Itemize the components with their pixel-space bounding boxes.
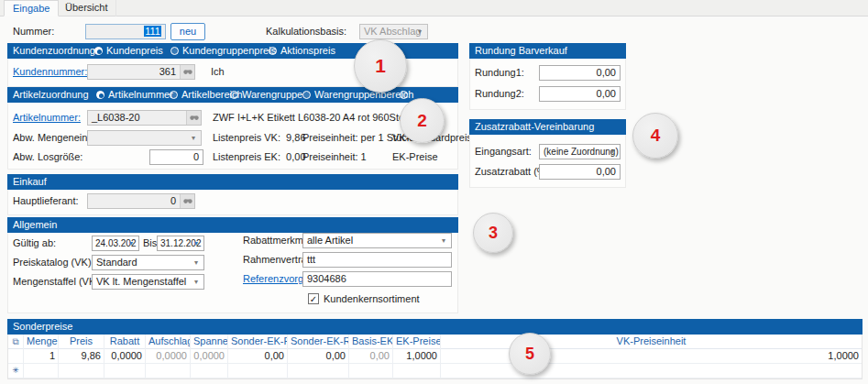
neu-button[interactable]: neu bbox=[170, 23, 205, 40]
empty-cell[interactable] bbox=[191, 364, 228, 379]
radio-warengruppe-label: Warengruppe bbox=[242, 89, 302, 100]
chevron-down-icon: ▾ bbox=[191, 275, 202, 289]
col-header-ek-preiseinheit[interactable]: EK-Preisein bbox=[393, 335, 441, 349]
empty-cell[interactable] bbox=[146, 364, 191, 379]
rahmenvertrag-input[interactable]: ttt bbox=[302, 252, 452, 268]
empty-cell[interactable] bbox=[393, 364, 441, 379]
chevron-down-icon: ▾ bbox=[188, 131, 199, 145]
empty-cell[interactable] bbox=[59, 364, 104, 379]
cell-preis[interactable]: 9,86 bbox=[59, 349, 104, 364]
col-header-preis[interactable]: Preis bbox=[59, 335, 104, 349]
cell-aufschlag[interactable]: 0,0000 bbox=[146, 349, 191, 364]
radio-kundengruppenpreis[interactable]: Kundengruppenpreis bbox=[170, 43, 276, 59]
hauptlieferant-label: Hauptlieferant: bbox=[13, 193, 79, 209]
eingangsart-dropdown[interactable]: (keine Zuordnung) ▾ bbox=[539, 144, 621, 159]
radio-icon bbox=[170, 91, 178, 99]
callout-circle-3: 3 bbox=[473, 213, 513, 253]
nummer-value: 111 bbox=[144, 26, 161, 37]
einkauf-section-header: Einkauf bbox=[7, 174, 458, 190]
preiseinheit-ek: Preiseinheit: 1 bbox=[302, 149, 367, 165]
table-new-row[interactable]: ✳ bbox=[8, 364, 862, 379]
artikelnummer-input[interactable]: _L6038-20 bbox=[87, 110, 202, 126]
col-header-basis-ek[interactable]: Basis-EK fü bbox=[349, 335, 393, 349]
cell-vk-preiseinheit[interactable]: 1,0000 bbox=[441, 349, 862, 364]
sonderpreise-title: Sonderpreise bbox=[13, 321, 72, 332]
mengenstaffel-dropdown[interactable]: VK lt. Mengenstaffel ▾ bbox=[92, 274, 204, 290]
sonderpreise-editor-window: Eingabe Übersicht Nummer: 111 neu Kalkul… bbox=[0, 0, 868, 384]
empty-cell[interactable] bbox=[24, 364, 59, 379]
grid-properties-icon[interactable]: ⧉ bbox=[8, 335, 24, 349]
hauptlieferant-value: 0 bbox=[88, 194, 194, 208]
col-header-vk-preiseinheit[interactable]: VK-Preiseinheit bbox=[441, 335, 862, 349]
binoculars-search-icon[interactable] bbox=[180, 65, 194, 79]
rundung-section-header: Rundung Barverkauf bbox=[469, 43, 626, 59]
binoculars-search-icon[interactable] bbox=[186, 111, 201, 125]
radio-warengruppenbereich[interactable]: Warengruppenbereich bbox=[302, 87, 413, 103]
empty-cell[interactable] bbox=[349, 364, 393, 379]
col-header-sonder-ek-preis[interactable]: Sonder-EK-Prei bbox=[228, 335, 288, 349]
gueltig-ab-datepicker[interactable]: 24.03.202 ▾ bbox=[92, 236, 139, 251]
empty-cell[interactable] bbox=[441, 364, 862, 379]
referenzvorgang-input[interactable]: 9304686 bbox=[302, 271, 452, 287]
rabattmerkmal-value: alle Artikel bbox=[303, 234, 451, 247]
col-header-aufschlag[interactable]: Aufschlag bbox=[146, 335, 191, 349]
radio-artikelnummer[interactable]: Artikelnummer bbox=[96, 87, 173, 103]
hauptlieferant-input[interactable]: 0 bbox=[87, 193, 195, 209]
empty-cell[interactable] bbox=[104, 364, 146, 379]
bis-datepicker[interactable]: 31.12.202 ▾ bbox=[157, 236, 204, 251]
rundung1-input[interactable]: 0,00 bbox=[539, 65, 621, 81]
empty-cell[interactable] bbox=[288, 364, 349, 379]
cell-basis-ek[interactable]: 0,00 bbox=[349, 349, 393, 364]
zusatzrabatt-input[interactable]: 0,00 bbox=[539, 164, 621, 180]
radio-aktionspreis[interactable]: Aktionspreis bbox=[269, 43, 335, 59]
nummer-label: Nummer: bbox=[13, 24, 54, 39]
kalkulationsbasis-label: Kalkulationsbasis: bbox=[266, 24, 346, 39]
radio-warengruppe[interactable]: Warengruppe bbox=[230, 87, 302, 103]
col-header-spanne[interactable]: Spanne bbox=[191, 335, 228, 349]
radio-aktionspreis-label: Aktionspreis bbox=[280, 45, 335, 56]
preiskatalog-dropdown[interactable]: Standard ▾ bbox=[92, 255, 204, 270]
radio-kundenpreis[interactable]: Kundenpreis bbox=[94, 43, 163, 59]
kalkulationsbasis-dropdown[interactable]: VK Abschlag ▾ bbox=[359, 24, 428, 39]
referenzvorgang-value: 9304686 bbox=[303, 272, 451, 286]
binoculars-search-icon[interactable] bbox=[180, 194, 194, 208]
cell-ek-preiseinheit[interactable]: 1,0000 bbox=[393, 349, 441, 364]
chevron-down-icon: ▾ bbox=[607, 145, 618, 159]
tab-uebersicht[interactable]: Übersicht bbox=[57, 0, 116, 16]
cell-sonder-ek-rabatt[interactable]: 0,00 bbox=[288, 349, 349, 364]
abw-mengeneinheit-dropdown[interactable]: ▾ bbox=[87, 130, 202, 146]
abw-losgroesse-input[interactable]: 0 bbox=[149, 149, 203, 165]
mengenstaffel-value: VK lt. Mengenstaffel bbox=[93, 275, 203, 289]
kundennummer-link[interactable]: Kundennummer: bbox=[13, 64, 87, 80]
rundung1-value: 0,00 bbox=[540, 66, 620, 80]
cell-menge[interactable]: 1 bbox=[24, 349, 59, 364]
kundenkernsortiment-checkbox[interactable]: ✓ bbox=[308, 293, 319, 304]
row-selector-cell[interactable] bbox=[8, 349, 24, 364]
col-header-sonder-ek-rabatt[interactable]: Sonder-EK-Ra bbox=[288, 335, 349, 349]
kundenname-text: Ich bbox=[211, 64, 225, 80]
rundung2-label: Rundung2: bbox=[475, 86, 524, 102]
rundung2-input[interactable]: 0,00 bbox=[539, 86, 621, 102]
new-row-asterisk-icon: ✳ bbox=[8, 364, 24, 379]
chevron-down-icon: ▾ bbox=[191, 256, 202, 269]
tab-eingabe[interactable]: Eingabe bbox=[4, 0, 59, 16]
ek-preise-text: EK-Preise bbox=[392, 149, 438, 165]
rabattmerkmal-dropdown[interactable]: alle Artikel ▾ bbox=[302, 233, 452, 248]
kundenzuordnung-title: Kundenzuordnung bbox=[13, 45, 95, 56]
cell-sonder-ek-preis[interactable]: 0,00 bbox=[228, 349, 288, 364]
artikelnummer-value: _L6038-20 bbox=[88, 111, 201, 125]
zusatzrabatt-section-body bbox=[469, 135, 626, 188]
table-row[interactable]: 1 9,86 0,0000 0,0000 0,0000 0,00 0,00 0,… bbox=[8, 349, 862, 364]
preiseinheit-ek-value: 1 bbox=[361, 151, 367, 162]
col-header-rabatt[interactable]: Rabatt bbox=[104, 335, 146, 349]
empty-cell[interactable] bbox=[228, 364, 288, 379]
col-header-menge[interactable]: Menge bbox=[24, 335, 59, 349]
cell-spanne[interactable]: 0,0000 bbox=[191, 349, 228, 364]
kundenkernsortiment-label: Kundenkernsortiment bbox=[324, 291, 420, 307]
cell-rabatt[interactable]: 0,0000 bbox=[104, 349, 146, 364]
callout-circle-4: 4 bbox=[632, 113, 678, 159]
chevron-down-icon: ▾ bbox=[414, 25, 425, 38]
nummer-input[interactable]: 111 bbox=[85, 24, 166, 39]
kundennummer-input[interactable]: 361 bbox=[87, 64, 195, 80]
artikelnummer-link[interactable]: Artikelnummer: bbox=[13, 110, 81, 126]
